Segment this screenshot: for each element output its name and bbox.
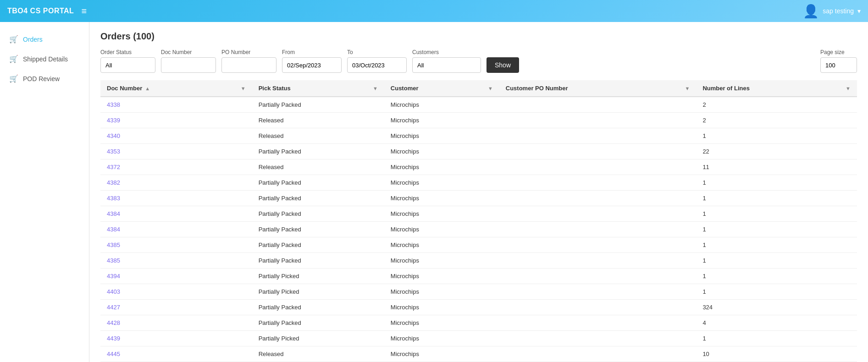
cell-customer-po (499, 284, 697, 300)
cell-pick-status: Partially Packed (252, 222, 384, 237)
table-row: 4353Partially PackedMicrochips22 (100, 144, 857, 159)
col-num-lines-filter-icon[interactable]: ▼ (846, 86, 851, 91)
cell-doc-number: 4428 (100, 315, 252, 331)
doc-number-link[interactable]: 4353 (107, 148, 120, 155)
doc-number-link[interactable]: 4340 (107, 132, 120, 139)
table-row: 4382Partially PackedMicrochips1 (100, 175, 857, 191)
doc-number-link[interactable]: 4439 (107, 335, 120, 342)
table-row: 4385Partially PackedMicrochips1 (100, 237, 857, 253)
orders-table: Doc Number ▲ ▼ Pick Status ▼ (100, 80, 857, 362)
table-row: 4340ReleasedMicrochips1 (100, 128, 857, 144)
doc-number-link[interactable]: 4385 (107, 241, 120, 248)
cell-customer-po (499, 269, 697, 284)
sidebar-item-orders[interactable]: 🛒 Orders (0, 29, 89, 49)
cell-num-lines: 22 (696, 144, 857, 159)
doc-number-link[interactable]: 4383 (107, 195, 120, 202)
doc-number-link[interactable]: 4372 (107, 164, 120, 170)
col-num-lines-label: Number of Lines (702, 85, 750, 92)
from-date-filter-group: From (282, 49, 342, 73)
table-row: 4439Partially PickedMicrochips1 (100, 331, 857, 346)
sidebar-item-shipped-details[interactable]: 🛒 Shipped Details (0, 49, 89, 69)
doc-number-link[interactable]: 4427 (107, 304, 120, 311)
cell-doc-number: 4385 (100, 253, 252, 269)
doc-number-link[interactable]: 4428 (107, 319, 120, 326)
col-doc-number-filter-icon[interactable]: ▼ (241, 86, 246, 91)
cell-customer: Microchips (384, 144, 499, 159)
user-menu[interactable]: 👤 sap testing ▾ (803, 4, 861, 19)
col-customer-filter-icon[interactable]: ▼ (488, 86, 493, 91)
doc-number-label: Doc Number (161, 49, 216, 55)
po-number-input[interactable] (221, 57, 276, 73)
cell-doc-number: 4340 (100, 128, 252, 144)
customers-filter-group: Customers (412, 49, 481, 73)
doc-number-link[interactable]: 4384 (107, 210, 120, 217)
header-left: TBO4 CS PORTAL ≡ (7, 6, 87, 16)
from-date-label: From (282, 49, 342, 55)
cell-num-lines: 2 (696, 97, 857, 113)
hamburger-menu-icon[interactable]: ≡ (81, 6, 87, 16)
table-row: 4385Partially PackedMicrochips1 (100, 253, 857, 269)
cell-doc-number: 4439 (100, 331, 252, 346)
col-customer: Customer ▼ (384, 80, 499, 97)
customers-label: Customers (412, 49, 481, 55)
cell-customer-po (499, 222, 697, 237)
customers-input[interactable] (412, 57, 481, 73)
sidebar-item-pod-review[interactable]: 🛒 POD Review (0, 69, 89, 88)
cell-num-lines: 1 (696, 206, 857, 222)
cell-num-lines: 4 (696, 315, 857, 331)
col-customer-po-label: Customer PO Number (506, 85, 568, 92)
cell-customer-po (499, 206, 697, 222)
doc-number-link[interactable]: 4339 (107, 117, 120, 124)
cell-customer: Microchips (384, 159, 499, 175)
table-row: 4445ReleasedMicrochips10 (100, 346, 857, 362)
doc-number-input[interactable] (161, 57, 216, 73)
doc-number-link[interactable]: 4384 (107, 226, 120, 233)
doc-number-link[interactable]: 4445 (107, 351, 120, 357)
col-pick-status-filter-icon[interactable]: ▼ (373, 86, 378, 91)
cell-customer: Microchips (384, 191, 499, 206)
sort-ascending-icon[interactable]: ▲ (145, 86, 150, 91)
cell-customer-po (499, 144, 697, 159)
cell-pick-status: Partially Packed (252, 206, 384, 222)
col-customer-po-filter-icon[interactable]: ▼ (685, 86, 690, 91)
cell-customer: Microchips (384, 128, 499, 144)
sidebar-item-orders-label: Orders (23, 36, 43, 43)
col-doc-number-label: Doc Number (107, 85, 142, 92)
doc-number-link[interactable]: 4385 (107, 257, 120, 264)
doc-number-link[interactable]: 4394 (107, 273, 120, 280)
cell-doc-number: 4403 (100, 284, 252, 300)
doc-number-link[interactable]: 4403 (107, 288, 120, 295)
table-header-row: Doc Number ▲ ▼ Pick Status ▼ (100, 80, 857, 97)
cell-doc-number: 4427 (100, 300, 252, 315)
col-pick-status-label: Pick Status (259, 85, 291, 92)
cell-customer: Microchips (384, 222, 499, 237)
cell-pick-status: Partially Packed (252, 300, 384, 315)
cell-customer: Microchips (384, 97, 499, 113)
col-customer-po: Customer PO Number ▼ (499, 80, 697, 97)
order-status-filter-group: Order Status (100, 49, 155, 73)
from-date-input[interactable] (282, 57, 342, 73)
cell-pick-status: Released (252, 128, 384, 144)
col-customer-label: Customer (391, 85, 419, 92)
sidebar: 🛒 Orders 🛒 Shipped Details 🛒 POD Review (0, 22, 89, 362)
cell-pick-status: Released (252, 113, 384, 128)
cell-customer: Microchips (384, 175, 499, 191)
table-row: 4383Partially PackedMicrochips1 (100, 191, 857, 206)
to-date-input[interactable] (347, 57, 407, 73)
cell-pick-status: Partially Packed (252, 175, 384, 191)
cell-pick-status: Released (252, 159, 384, 175)
show-button[interactable]: Show (487, 57, 519, 73)
doc-number-link[interactable]: 4338 (107, 101, 120, 108)
cell-customer-po (499, 300, 697, 315)
cell-customer-po (499, 253, 697, 269)
cell-customer: Microchips (384, 113, 499, 128)
order-status-input[interactable] (100, 57, 155, 73)
cell-num-lines: 1 (696, 128, 857, 144)
cell-customer-po (499, 128, 697, 144)
col-doc-number: Doc Number ▲ ▼ (100, 80, 252, 97)
page-size-input[interactable] (820, 57, 857, 73)
doc-number-link[interactable]: 4382 (107, 179, 120, 186)
user-avatar-icon: 👤 (803, 4, 819, 19)
cell-customer-po (499, 113, 697, 128)
to-date-label: To (347, 49, 407, 55)
